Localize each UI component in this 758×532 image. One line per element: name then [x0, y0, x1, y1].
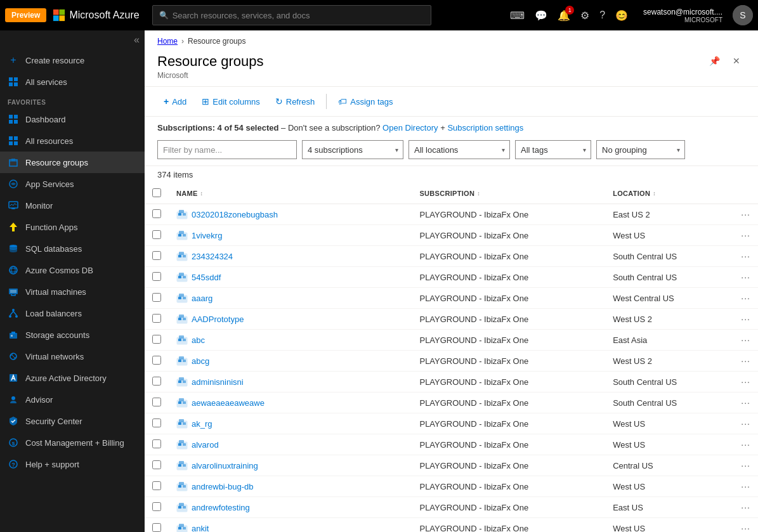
row-checkbox-cell[interactable] [145, 309, 169, 330]
row-checkbox[interactable] [152, 335, 161, 344]
sidebar-item-create-resource[interactable]: + Create resource [0, 49, 145, 71]
row-actions-cell[interactable]: ··· [727, 518, 758, 533]
sidebar-item-cost-management[interactable]: $ Cost Management + Billing [0, 432, 145, 453]
resource-group-link[interactable]: AADPrototype [176, 313, 404, 325]
row-checkbox[interactable] [152, 460, 161, 469]
edit-columns-button[interactable]: ⊞ Edit columns [195, 93, 266, 110]
resource-group-link[interactable]: 03202018zonebugbash [176, 209, 404, 220]
row-actions-cell[interactable]: ··· [727, 267, 758, 288]
row-checkbox-cell[interactable] [145, 497, 169, 518]
sidebar-item-virtual-networks[interactable]: Virtual networks [0, 346, 145, 367]
row-checkbox[interactable] [152, 377, 161, 386]
sidebar-item-sql-databases[interactable]: SQL databases [0, 238, 145, 259]
resource-group-link[interactable]: 545sddf [176, 271, 404, 283]
row-more-actions[interactable]: ··· [741, 481, 750, 491]
row-checkbox[interactable] [152, 251, 161, 260]
row-checkbox-cell[interactable] [145, 351, 169, 372]
row-checkbox-cell[interactable] [145, 246, 169, 267]
user-section[interactable]: sewatson@microsoft.... MICROSOFT S [638, 5, 753, 25]
sidebar-item-all-resources[interactable]: All resources [0, 130, 145, 152]
row-checkbox-cell[interactable] [145, 455, 169, 476]
resource-group-link[interactable]: aaarg [176, 292, 404, 304]
row-more-actions[interactable]: ··· [741, 460, 750, 470]
filter-grouping-select[interactable]: No grouping [596, 140, 685, 159]
filter-locations-select[interactable]: All locations [408, 140, 510, 159]
sidebar-item-cosmos-db[interactable]: Azure Cosmos DB [0, 259, 145, 281]
row-checkbox[interactable] [152, 209, 161, 218]
row-checkbox-cell[interactable] [145, 434, 169, 455]
row-more-actions[interactable]: ··· [741, 377, 750, 387]
table-container[interactable]: NAME ↕ SUBSCRIPTION ↕ LO [145, 183, 758, 532]
subscription-sort[interactable]: SUBSCRIPTION ↕ [419, 190, 598, 197]
resource-group-link[interactable]: 1vivekrg [176, 230, 404, 241]
sidebar-item-azure-active-directory[interactable]: Azure Active Directory [0, 367, 145, 389]
feedback-icon[interactable]: 💬 [535, 10, 547, 22]
filter-subscriptions-select[interactable]: 4 subscriptions [302, 140, 403, 159]
resource-group-link[interactable]: adminisninisni [176, 376, 404, 387]
search-input[interactable] [173, 11, 424, 20]
row-checkbox-cell[interactable] [145, 267, 169, 288]
resource-group-link[interactable]: alvarod [176, 439, 404, 450]
row-checkbox-cell[interactable] [145, 330, 169, 351]
row-more-actions[interactable]: ··· [741, 398, 750, 408]
row-more-actions[interactable]: ··· [741, 523, 750, 532]
location-sort[interactable]: LOCATION ↕ [613, 190, 719, 197]
filter-name-input[interactable] [157, 140, 297, 159]
location-column-header[interactable]: LOCATION ↕ [605, 183, 727, 204]
row-actions-cell[interactable]: ··· [727, 372, 758, 393]
resource-group-link[interactable]: andrewbi-bug-db [176, 481, 404, 492]
cloud-shell-icon[interactable]: ⌨ [510, 10, 525, 22]
row-actions-cell[interactable]: ··· [727, 309, 758, 330]
search-bar[interactable]: 🔍 [152, 5, 431, 25]
filter-locations-wrap[interactable]: All locations [408, 140, 510, 159]
row-checkbox[interactable] [152, 418, 161, 427]
resource-group-link[interactable]: alvarolinuxtraining [176, 460, 404, 471]
sidebar-item-storage-accounts[interactable]: Storage accounts [0, 324, 145, 346]
row-actions-cell[interactable]: ··· [727, 225, 758, 246]
row-checkbox[interactable] [152, 502, 161, 511]
resource-group-link[interactable]: andrewfotesting [176, 502, 404, 513]
row-checkbox-cell[interactable] [145, 476, 169, 497]
filter-grouping-wrap[interactable]: No grouping [596, 140, 685, 159]
pin-button[interactable]: 📌 [704, 53, 725, 68]
feedback2-icon[interactable]: 😊 [615, 10, 628, 22]
row-checkbox[interactable] [152, 523, 161, 532]
resource-group-link[interactable]: aewaeaeaeaweawe [176, 397, 404, 408]
row-checkbox-cell[interactable] [145, 288, 169, 309]
row-checkbox-cell[interactable] [145, 225, 169, 246]
notifications-icon[interactable]: 🔔 1 [558, 10, 570, 22]
row-actions-cell[interactable]: ··· [727, 288, 758, 309]
row-checkbox-cell[interactable] [145, 413, 169, 434]
row-checkbox-cell[interactable] [145, 518, 169, 533]
sidebar-item-dashboard[interactable]: Dashboard [0, 108, 145, 130]
add-button[interactable]: + Add [157, 93, 193, 110]
name-column-header[interactable]: NAME ↕ [169, 183, 412, 204]
open-directory-link[interactable]: Open Directory [382, 123, 438, 133]
row-actions-cell[interactable]: ··· [727, 246, 758, 267]
sidebar-item-app-services[interactable]: App Services [0, 173, 145, 195]
breadcrumb-home[interactable]: Home [157, 37, 178, 46]
sidebar-item-security-center[interactable]: Security Center [0, 410, 145, 432]
name-sort[interactable]: NAME ↕ [176, 190, 404, 197]
row-checkbox[interactable] [152, 481, 161, 490]
sidebar-item-function-apps[interactable]: Function Apps [0, 216, 145, 238]
row-actions-cell[interactable]: ··· [727, 330, 758, 351]
resource-group-link[interactable]: 234324324 [176, 250, 404, 262]
select-all-header[interactable] [145, 183, 169, 204]
row-actions-cell[interactable]: ··· [727, 497, 758, 518]
row-more-actions[interactable]: ··· [741, 209, 750, 219]
sidebar-item-load-balancers[interactable]: Load balancers [0, 302, 145, 324]
filter-tags-wrap[interactable]: All tags [515, 140, 591, 159]
row-more-actions[interactable]: ··· [741, 272, 750, 282]
resource-group-link[interactable]: ak_rg [176, 418, 404, 429]
row-more-actions[interactable]: ··· [741, 502, 750, 512]
sidebar-item-help-support[interactable]: ? Help + support [0, 453, 145, 475]
row-checkbox[interactable] [152, 314, 161, 323]
help-icon[interactable]: ? [599, 10, 605, 21]
close-button[interactable]: ✕ [728, 53, 745, 68]
row-checkbox[interactable] [152, 439, 161, 448]
resource-group-link[interactable]: abc [176, 334, 404, 346]
row-actions-cell[interactable]: ··· [727, 476, 758, 497]
subscription-column-header[interactable]: SUBSCRIPTION ↕ [412, 183, 605, 204]
refresh-button[interactable]: ↻ Refresh [269, 93, 322, 110]
